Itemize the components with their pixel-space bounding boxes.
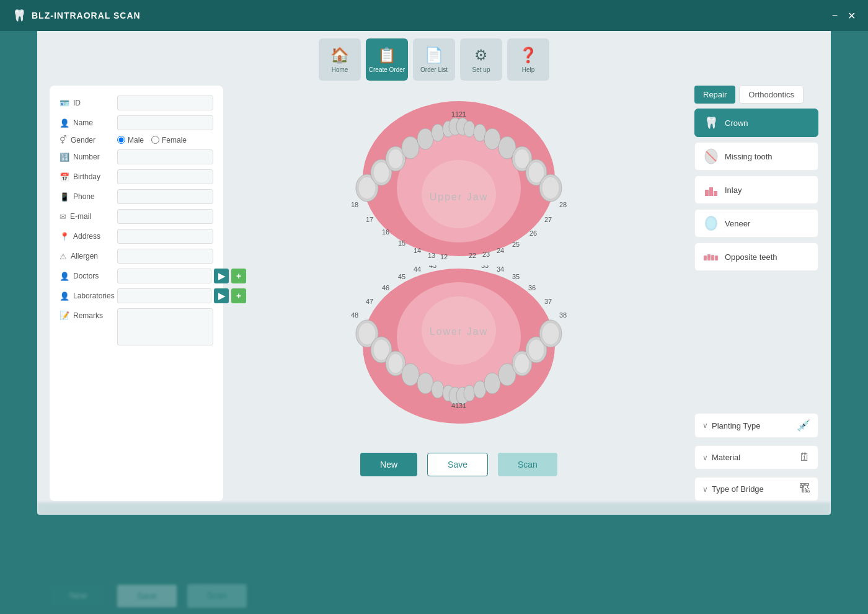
treatment-missing-tooth-button[interactable]: Missing tooth (694, 142, 818, 171)
toolbar-set-up-button[interactable]: ⚙Set up (460, 38, 502, 81)
svg-point-10 (417, 128, 433, 149)
address-icon: 📍 (60, 232, 69, 241)
gender-female-option[interactable]: Female (151, 136, 187, 145)
svg-rect-87 (709, 187, 713, 196)
svg-rect-88 (714, 191, 717, 196)
svg-text:42: 42 (441, 265, 449, 267)
allergen-label: ⚠ Allergen (60, 252, 112, 261)
phone-input[interactable] (117, 189, 213, 204)
doctors-row: 👤 Doctors ▶ + (60, 269, 213, 283)
svg-text:41: 41 (451, 402, 459, 409)
right-panel: Repair Orthodontics 🦷 Crown Missing toot… (694, 86, 818, 501)
gender-icon: ⚥ (60, 135, 67, 145)
svg-text:34: 34 (497, 265, 504, 273)
birthday-input[interactable] (117, 169, 213, 184)
name-input[interactable] (117, 115, 213, 130)
phone-label: 📱 Phone (60, 192, 112, 202)
svg-text:37: 37 (544, 298, 552, 305)
number-input[interactable] (117, 149, 213, 164)
toolbar: 🏠Home📋Create Order📄Order List⚙Set up❓Hel… (37, 31, 831, 86)
doctors-label: 👤 Doctors (60, 272, 112, 281)
email-input[interactable] (117, 209, 213, 224)
svg-text:45: 45 (398, 273, 405, 280)
svg-text:33: 33 (481, 265, 489, 269)
allergen-input[interactable] (117, 249, 213, 264)
remarks-icon: 📝 (60, 311, 69, 320)
svg-text:23: 23 (482, 251, 490, 258)
svg-rect-91 (704, 256, 707, 260)
svg-text:48: 48 (351, 311, 358, 319)
content-area: 🪪 ID 👤 Name ⚥ Gender (37, 86, 831, 507)
laboratories-input[interactable] (117, 288, 211, 303)
tab-repair[interactable]: Repair (694, 86, 735, 104)
svg-text:26: 26 (529, 229, 537, 237)
toolbar-help-button[interactable]: ❓Help (507, 38, 549, 81)
svg-rect-86 (705, 190, 709, 196)
email-label: ✉ E-mail (60, 212, 112, 221)
treatment-crown-button[interactable]: 🦷 Crown (694, 109, 818, 137)
allergen-row: ⚠ Allergen (60, 249, 213, 264)
svg-text:44: 44 (414, 265, 421, 273)
svg-text:36: 36 (528, 284, 536, 291)
email-icon: ✉ (60, 212, 66, 221)
laboratories-arrow-button[interactable]: ▶ (214, 288, 229, 303)
labs-icon: 👤 (60, 291, 69, 301)
remarks-textarea[interactable] (117, 308, 213, 345)
svg-point-66 (542, 323, 559, 345)
scan-button[interactable]: Scan (498, 453, 557, 476)
svg-point-59 (484, 373, 500, 394)
number-label: 🔢 Number (60, 153, 112, 162)
tab-orthodontics[interactable]: Orthodontics (739, 86, 804, 104)
svg-text:12: 12 (440, 253, 448, 259)
opposite-teeth-icon (702, 248, 720, 265)
missing-tooth-icon (702, 148, 720, 165)
laboratories-label: 👤 Laboratories (60, 291, 112, 301)
spacer (694, 276, 818, 406)
id-icon: 🪪 (60, 99, 69, 108)
doctors-arrow-button[interactable]: ▶ (214, 269, 229, 283)
svg-text:16: 16 (382, 228, 389, 236)
save-button[interactable]: Save (427, 453, 488, 476)
gender-male-radio[interactable] (117, 136, 125, 144)
svg-text:25: 25 (512, 241, 520, 248)
svg-text:21: 21 (459, 110, 466, 118)
person-icon: 👤 (60, 118, 69, 128)
svg-point-51 (402, 363, 419, 386)
toolbar-order-list-button[interactable]: 📄Order List (413, 38, 455, 81)
svg-text:Lower Jaw: Lower Jaw (430, 326, 488, 337)
gender-male-option[interactable]: Male (117, 136, 144, 145)
svg-point-90 (707, 218, 715, 229)
gender-female-radio[interactable] (151, 136, 159, 144)
gender-label: ⚥ Gender (60, 135, 112, 145)
id-label: 🪪 ID (60, 99, 112, 108)
treatment-inlay-button[interactable]: Inlay (694, 176, 818, 204)
material-collapse[interactable]: ∨ Material 🗓 (694, 445, 818, 469)
svg-point-53 (432, 381, 444, 398)
window-controls: − ✕ (832, 10, 856, 22)
address-label: 📍 Address (60, 232, 112, 241)
toolbar-home-button[interactable]: 🏠Home (319, 38, 361, 81)
svg-text:43: 43 (429, 265, 436, 269)
svg-text:27: 27 (544, 216, 552, 223)
svg-point-24 (542, 177, 559, 199)
logo-tooth-icon: 🦷 (12, 9, 27, 22)
address-input[interactable] (117, 229, 213, 244)
treatment-veneer-button[interactable]: Veneer (694, 209, 818, 238)
svg-point-15 (464, 121, 475, 137)
minimize-button[interactable]: − (832, 10, 838, 22)
treatment-opposite-teeth-button[interactable]: Opposite teeth (694, 242, 818, 271)
close-button[interactable]: ✕ (848, 10, 856, 22)
doctors-input[interactable] (117, 269, 211, 283)
planting-type-collapse[interactable]: ∨ Planting Type 💉 (694, 413, 818, 438)
svg-point-11 (432, 124, 444, 141)
remarks-label: 📝 Remarks (60, 311, 112, 320)
type-of-bridge-collapse[interactable]: ∨ Type of Bridge 🏗 (694, 477, 818, 501)
svg-text:31: 31 (459, 402, 466, 409)
svg-point-17 (484, 128, 500, 149)
id-input[interactable] (117, 96, 213, 110)
svg-text:35: 35 (512, 273, 520, 280)
help-icon: ❓ (519, 47, 538, 64)
reflection-area: New Save Scan (37, 502, 831, 614)
new-button[interactable]: New (360, 453, 417, 476)
toolbar-create-order-button[interactable]: 📋Create Order (366, 38, 408, 81)
